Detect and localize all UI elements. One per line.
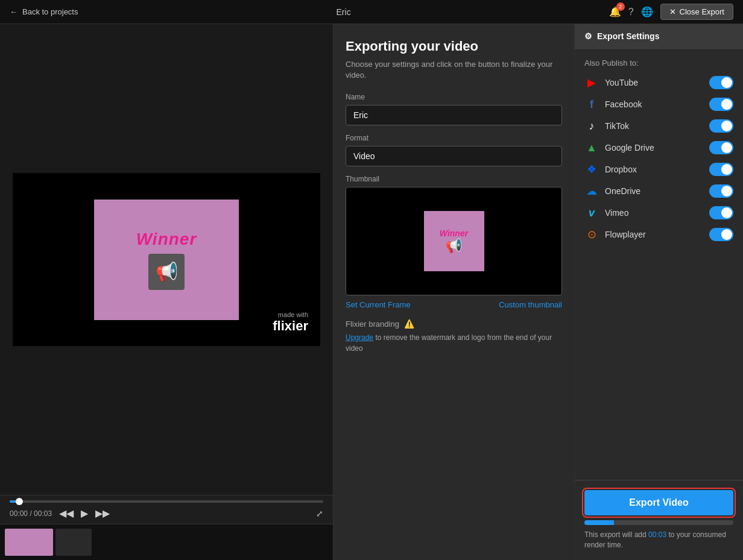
editor-area: Winner 📢 made with flixier 00:00 / 00:0 — [0, 24, 333, 560]
topbar: ← Back to projects Eric 🔔 2 ? 🌐 ✕ Close … — [0, 0, 743, 24]
vimeo-icon: v — [584, 207, 599, 219]
onedrive-toggle[interactable] — [709, 184, 733, 198]
timeline-strip — [0, 524, 333, 560]
tiktok-toggle[interactable] — [709, 119, 733, 133]
branding-label: Flixier branding — [346, 319, 399, 329]
facebook-icon: f — [584, 98, 599, 111]
timeline-thumb-2 — [55, 529, 92, 556]
custom-thumbnail-button[interactable]: Custom thumbnail — [499, 300, 562, 309]
warning-icon: ⚠️ — [404, 319, 414, 329]
notifications-icon[interactable]: 🔔 2 — [609, 6, 621, 17]
publish-section: Also Publish to: ▶ YouTube f Facebook ♪ … — [575, 49, 743, 480]
export-settings-label: Export Settings — [597, 31, 659, 41]
vimeo-label: Vimeo — [605, 208, 703, 218]
right-panel: ⚙ Export Settings Also Publish to: ▶ You… — [574, 24, 743, 560]
dropbox-label: Dropbox — [605, 165, 703, 174]
export-settings-header: ⚙ Export Settings — [575, 24, 743, 49]
format-input[interactable] — [346, 146, 562, 166]
publish-item-flowplayer: ⊙ Flowplayer — [584, 228, 733, 241]
flowplayer-label: Flowplayer — [605, 230, 703, 239]
timeline-thumb-1 — [5, 529, 53, 556]
fast-forward-button[interactable]: ▶▶ — [95, 508, 110, 519]
render-time-text: This export will add 00:03 to your consu… — [584, 530, 733, 550]
googledrive-icon: ▲ — [584, 142, 599, 154]
main-layout: Winner 📢 made with flixier 00:00 / 00:0 — [0, 24, 743, 560]
upgrade-text: Upgrade to remove the watermark and logo… — [346, 332, 562, 354]
youtube-toggle[interactable] — [709, 76, 733, 89]
notifications-badge: 2 — [616, 2, 625, 11]
video-preview: Winner 📢 made with flixier — [13, 173, 320, 346]
dropbox-toggle[interactable] — [709, 163, 733, 176]
export-panel: Exporting your video Choose your setting… — [333, 24, 574, 560]
progress-thumb — [16, 498, 23, 505]
back-arrow-icon: ← — [10, 7, 17, 16]
publish-item-dropbox: ❖ Dropbox — [584, 163, 733, 176]
youtube-icon: ▶ — [584, 76, 599, 89]
publish-item-googledrive: ▲ Google Drive — [584, 141, 733, 154]
vimeo-toggle[interactable] — [709, 206, 733, 219]
gear-icon: ⚙ — [584, 31, 592, 41]
back-to-projects[interactable]: ← Back to projects — [10, 7, 78, 16]
rewind-button[interactable]: ◀◀ — [59, 508, 74, 519]
onedrive-icon: ☁ — [584, 184, 599, 198]
publish-item-youtube: ▶ YouTube — [584, 76, 733, 89]
thumbnail-preview: Winner 📢 — [346, 187, 562, 295]
fullscreen-button[interactable]: ⤢ — [316, 509, 323, 518]
time-display: 00:00 / 00:03 — [10, 509, 52, 518]
close-export-button[interactable]: ✕ Close Export — [660, 4, 733, 20]
export-video-button[interactable]: Export Video — [584, 490, 733, 515]
speaker-icon: 📢 — [148, 254, 185, 290]
upgrade-suffix: to remove the watermark and logo from th… — [346, 333, 552, 353]
googledrive-toggle[interactable] — [709, 141, 733, 154]
time-current: 00:00 — [10, 509, 28, 518]
thumb-content: Winner 📢 — [424, 211, 484, 271]
googledrive-label: Google Drive — [605, 143, 703, 153]
render-progress-fill — [584, 520, 614, 525]
thumbnail-label: Thumbnail — [346, 175, 562, 183]
back-label: Back to projects — [22, 7, 78, 16]
video-controls: 00:00 / 00:03 ◀◀ ▶ ▶▶ ⤢ — [0, 495, 333, 524]
publish-item-facebook: f Facebook — [584, 98, 733, 111]
play-button[interactable]: ▶ — [81, 508, 88, 519]
flowplayer-icon: ⊙ — [584, 228, 599, 241]
publish-item-vimeo: v Vimeo — [584, 206, 733, 219]
close-export-label: Close Export — [680, 7, 724, 16]
flixier-watermark: made with flixier — [273, 311, 308, 334]
tiktok-label: TikTok — [605, 121, 703, 131]
facebook-toggle[interactable] — [709, 98, 733, 111]
facebook-label: Facebook — [605, 99, 703, 109]
publish-title: Also Publish to: — [584, 58, 733, 68]
name-label: Name — [346, 93, 562, 101]
youtube-label: YouTube — [605, 78, 703, 87]
onedrive-label: OneDrive — [605, 186, 703, 196]
render-progress-bar — [584, 520, 733, 525]
export-subtitle: Choose your settings and click on the bu… — [346, 59, 562, 81]
export-button-area: Export Video This export will add 00:03 … — [575, 480, 743, 560]
video-preview-container: Winner 📢 made with flixier — [0, 24, 333, 495]
export-title: Exporting your video — [346, 39, 562, 54]
help-icon[interactable]: ? — [628, 7, 634, 17]
publish-item-tiktok: ♪ TikTok — [584, 119, 733, 133]
dropbox-icon: ❖ — [584, 163, 599, 176]
progress-bar[interactable] — [10, 500, 323, 503]
x-icon: ✕ — [669, 7, 676, 16]
render-time-prefix: This export will add — [584, 530, 648, 539]
upgrade-link[interactable]: Upgrade — [346, 333, 373, 342]
winner-text: Winner — [136, 230, 197, 249]
format-label: Format — [346, 134, 562, 142]
topbar-actions: 🔔 2 ? 🌐 ✕ Close Export — [609, 4, 733, 20]
thumb-speaker-icon: 📢 — [446, 238, 462, 254]
name-input[interactable] — [346, 105, 562, 125]
branding-row: Flixier branding ⚠️ — [346, 319, 562, 329]
set-current-frame-button[interactable]: Set Current Frame — [346, 300, 411, 309]
thumbnail-actions: Set Current Frame Custom thumbnail — [346, 300, 562, 309]
render-time-value: 00:03 — [648, 530, 666, 539]
thumb-winner-text: Winner — [440, 228, 468, 238]
globe-icon[interactable]: 🌐 — [641, 6, 653, 17]
video-content: Winner 📢 — [94, 200, 239, 320]
publish-item-onedrive: ☁ OneDrive — [584, 184, 733, 198]
project-name: Eric — [337, 7, 351, 17]
flowplayer-toggle[interactable] — [709, 228, 733, 241]
time-total: 00:03 — [34, 509, 52, 518]
tiktok-icon: ♪ — [584, 120, 599, 133]
